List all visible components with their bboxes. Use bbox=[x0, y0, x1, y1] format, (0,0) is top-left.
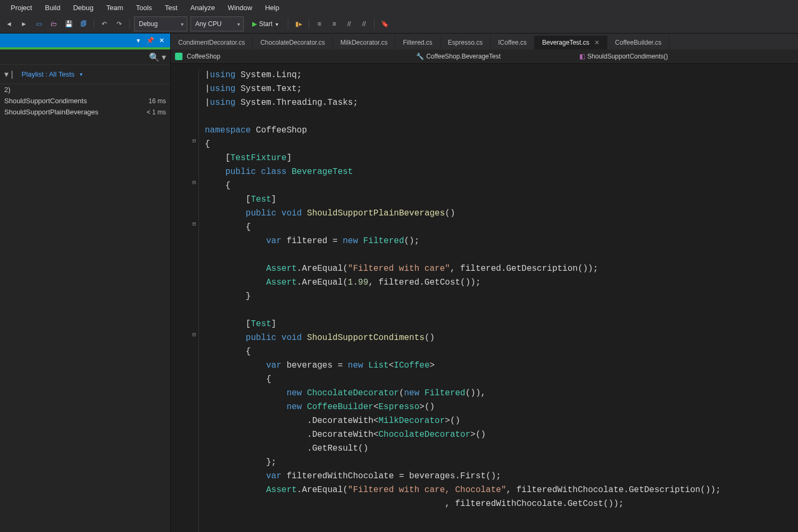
comment-icon[interactable]: // bbox=[343, 18, 355, 30]
open-icon[interactable]: 🗁 bbox=[48, 18, 60, 30]
outdent-icon[interactable]: ≡ bbox=[328, 18, 340, 30]
code-text: BeverageTest bbox=[292, 167, 353, 177]
panel-titlebar: ▾ 📌 ✕ bbox=[0, 34, 170, 47]
editor-area: CondimentDecorator.cs ChocolateDecorator… bbox=[171, 34, 798, 532]
method-label: ShouldSupportCondiments() bbox=[587, 53, 668, 60]
tab-filtered[interactable]: Filtered.cs bbox=[395, 36, 440, 49]
menu-window[interactable]: Window bbox=[221, 2, 259, 14]
play-icon: ▶ bbox=[252, 20, 257, 28]
menu-analyze[interactable]: Analyze bbox=[184, 2, 221, 14]
toolbar-separator bbox=[129, 19, 130, 29]
method-crumb[interactable]: ◧ShouldSupportCondiments() bbox=[579, 53, 668, 60]
menu-help[interactable]: Help bbox=[259, 2, 286, 14]
fold-icon[interactable]: ⊟ bbox=[191, 328, 197, 342]
start-label: Start bbox=[259, 20, 272, 28]
tab-beveragetest[interactable]: BeverageTest.cs ✕ bbox=[535, 36, 608, 49]
uncomment-icon[interactable]: // bbox=[358, 18, 370, 30]
menu-debug[interactable]: Debug bbox=[66, 2, 99, 14]
tab-condimentdecorator[interactable]: CondimentDecorator.cs bbox=[171, 36, 253, 49]
nav-back-icon[interactable]: ◄ bbox=[3, 18, 15, 30]
test-group-row[interactable]: 2) bbox=[0, 84, 170, 95]
tab-espresso[interactable]: Espresso.cs bbox=[440, 36, 491, 49]
code-editor[interactable]: ⊟ ⊟ ⊟ ⊟ |using System.Linq; |using Syste… bbox=[171, 64, 798, 532]
new-project-icon[interactable]: ▭ bbox=[33, 18, 45, 30]
class-crumb[interactable]: 🔧CoffeeShop.BeverageTest bbox=[416, 53, 501, 60]
test-time: 16 ms bbox=[148, 97, 166, 105]
code-text: ICoffee bbox=[394, 361, 429, 370]
close-tab-icon[interactable]: ✕ bbox=[594, 39, 600, 46]
pin-icon[interactable]: 📌 bbox=[146, 37, 154, 44]
platform-dropdown[interactable]: Any CPU bbox=[190, 16, 244, 31]
filter-icon[interactable]: ▾ | bbox=[4, 69, 13, 79]
menu-project[interactable]: Project bbox=[4, 2, 38, 14]
project-crumb[interactable]: CoffeeShop bbox=[175, 53, 220, 60]
menu-test[interactable]: Test bbox=[159, 2, 184, 14]
group-count-label: 2) bbox=[4, 86, 166, 94]
dropdown-icon[interactable]: ▾ bbox=[134, 37, 143, 44]
method-icon: ◧ bbox=[579, 53, 585, 60]
step-icon[interactable]: ▮▸ bbox=[293, 18, 304, 30]
bookmark-icon[interactable]: 🔖 bbox=[379, 18, 390, 30]
code-text: ChocolateDecorator bbox=[307, 388, 399, 398]
menu-team[interactable]: Team bbox=[100, 2, 130, 14]
tab-icoffee[interactable]: ICoffee.cs bbox=[491, 36, 535, 49]
fold-icon[interactable]: ⊟ bbox=[191, 134, 197, 148]
code-text: new bbox=[343, 236, 358, 246]
test-explorer-panel: ▾ 📌 ✕ 🔍 ▾ ▾ | Playlist : All Tests 2) Sh… bbox=[0, 34, 171, 532]
code-text: filtered = bbox=[287, 236, 343, 246]
test-row[interactable]: ShouldSupportPlainBeverages < 1 ms bbox=[0, 106, 170, 118]
test-row[interactable]: ShouldSupportCondiments 16 ms bbox=[0, 95, 170, 106]
test-name: ShouldSupportCondiments bbox=[4, 97, 148, 105]
tab-coffeebuilder[interactable]: CoffeeBuilder.cs bbox=[608, 36, 669, 49]
tab-chocolatedecorator[interactable]: ChocolateDecorator.cs bbox=[253, 36, 332, 49]
tab-label: BeverageTest.cs bbox=[542, 39, 589, 46]
platform-label: Any CPU bbox=[195, 20, 221, 28]
menu-tools[interactable]: Tools bbox=[130, 2, 159, 14]
menu-build[interactable]: Build bbox=[38, 2, 66, 14]
tab-milkdecorator[interactable]: MilkDecorator.cs bbox=[333, 36, 396, 49]
document-tabstrip: CondimentDecorator.cs ChocolateDecorator… bbox=[171, 34, 798, 49]
save-icon[interactable]: 💾 bbox=[63, 18, 74, 30]
code-text: , filteredWithChocolate.GetCost()); bbox=[445, 499, 624, 509]
code-text: System.Text bbox=[240, 84, 297, 94]
code-text: .GetResult() bbox=[307, 444, 368, 453]
start-debug-button[interactable]: ▶ Start ▾ bbox=[247, 19, 284, 29]
code-text: }; bbox=[266, 458, 276, 467]
fold-icon[interactable]: ⊟ bbox=[191, 176, 197, 189]
code-text: Assert bbox=[266, 485, 297, 495]
redo-icon[interactable]: ↷ bbox=[113, 18, 125, 30]
toolbar-separator bbox=[374, 19, 375, 29]
code-text: Filtered bbox=[363, 236, 404, 246]
nav-fwd-icon[interactable]: ► bbox=[18, 18, 30, 30]
search-row: 🔍 ▾ bbox=[0, 49, 170, 65]
code-text: .DecorateWith< bbox=[307, 430, 378, 439]
undo-icon[interactable]: ↶ bbox=[98, 18, 110, 30]
code-text: CoffeeBuilder bbox=[307, 402, 373, 412]
playlist-dropdown[interactable]: Playlist : All Tests bbox=[16, 67, 88, 81]
code-text: .DecorateWith< bbox=[307, 416, 378, 426]
code-text: , filteredWithChocolate.GetDescription()… bbox=[506, 485, 721, 495]
code-text: new bbox=[287, 388, 302, 398]
code-text: var bbox=[266, 361, 281, 370]
toolbar: ◄ ► ▭ 🗁 💾 🗐 ↶ ↷ Debug Any CPU ▶ Start ▾ … bbox=[0, 15, 798, 34]
save-all-icon[interactable]: 🗐 bbox=[78, 18, 89, 30]
code-text: Espresso bbox=[378, 402, 419, 412]
code-text: CoffeeShop bbox=[256, 126, 307, 135]
toolbar-separator bbox=[94, 19, 94, 29]
code-text: Assert bbox=[266, 278, 297, 287]
code-text: var bbox=[266, 236, 281, 246]
toolbar-separator bbox=[288, 19, 288, 29]
code-text: () bbox=[425, 402, 435, 412]
code-text: new bbox=[404, 388, 419, 398]
search-icon[interactable]: 🔍 ▾ bbox=[149, 52, 166, 62]
code-text: public class bbox=[225, 167, 286, 177]
code-text: beverages = bbox=[287, 361, 348, 370]
code-text: .AreEqual( bbox=[297, 278, 348, 287]
configuration-dropdown[interactable]: Debug bbox=[134, 16, 187, 31]
indent-icon[interactable]: ≡ bbox=[313, 18, 325, 30]
close-icon[interactable]: ✕ bbox=[157, 37, 166, 44]
toolbar-separator bbox=[309, 19, 309, 29]
navigation-bar: CoffeeShop 🔧CoffeeShop.BeverageTest ◧Sho… bbox=[171, 49, 798, 64]
fold-icon[interactable]: ⊟ bbox=[191, 217, 197, 231]
code-text: , filtered.GetDescription()); bbox=[450, 264, 598, 273]
